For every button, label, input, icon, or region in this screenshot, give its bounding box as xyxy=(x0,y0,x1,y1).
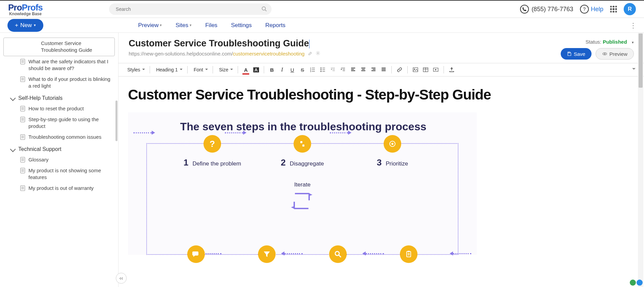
link-button[interactable] xyxy=(395,65,404,74)
vertical-scrollbar[interactable]: ▼ xyxy=(638,33,643,287)
sidebar-item[interactable]: Troubleshooting common issues xyxy=(3,132,115,142)
question-icon: ? xyxy=(203,135,221,153)
svg-line-47 xyxy=(339,255,341,257)
toolbar-more[interactable] xyxy=(630,66,638,74)
document-icon xyxy=(20,168,25,173)
align-justify-button[interactable] xyxy=(379,65,388,74)
step-label: Define the problem xyxy=(192,160,241,167)
chevron-down-icon: ▾ xyxy=(160,23,162,27)
bullet-list-button[interactable] xyxy=(318,65,327,74)
sidebar-item[interactable]: Glossary xyxy=(3,154,115,165)
url-slug[interactable]: customerservicetroubleshooting xyxy=(233,51,305,57)
svg-line-1 xyxy=(265,10,266,11)
align-center-button[interactable] xyxy=(359,65,368,74)
svg-rect-42 xyxy=(300,141,302,143)
editor-body[interactable]: Customer Service Troubleshooting - Step-… xyxy=(119,76,644,265)
phone-link[interactable]: (855) 776-7763 xyxy=(520,5,573,14)
save-button[interactable]: Save xyxy=(561,48,591,60)
logo[interactable]: ProProfs Knowledge Base xyxy=(8,2,43,16)
size-select[interactable]: Size xyxy=(216,66,234,74)
status-value: Published xyxy=(603,39,627,45)
diagram-title: The seven steps in the troubleshooting p… xyxy=(180,120,458,133)
align-left-button[interactable] xyxy=(349,65,358,74)
status[interactable]: Status: Published ▾ xyxy=(561,39,634,45)
bg-color-button[interactable]: A xyxy=(252,65,260,74)
edit-url-icon[interactable] xyxy=(308,51,313,56)
widget-dot xyxy=(630,280,636,286)
sidebar-item[interactable]: What are the safety indicators that I sh… xyxy=(3,56,115,74)
divider xyxy=(213,66,213,73)
outdent-button[interactable] xyxy=(328,65,337,74)
svg-point-12 xyxy=(321,68,322,69)
text-color-button[interactable]: A xyxy=(241,65,250,74)
search-icon[interactable] xyxy=(261,6,267,12)
status-label: Status: xyxy=(585,39,601,45)
tab-preview[interactable]: Preview▾ xyxy=(138,22,162,29)
video-button[interactable] xyxy=(431,65,440,74)
diagram: The seven steps in the troubleshooting p… xyxy=(128,112,477,255)
sidebar-item-label: My product is out of warranty xyxy=(28,185,94,192)
sidebar-section[interactable]: Self-Help Tutorials xyxy=(3,92,115,103)
divider xyxy=(391,66,392,73)
settings-icon[interactable] xyxy=(316,51,320,56)
sidebar-item[interactable]: What to do if your product is blinking a… xyxy=(3,74,115,92)
sidebar-section[interactable]: Technical Support xyxy=(3,143,115,154)
collapse-sidebar-button[interactable]: ‹‹ xyxy=(116,273,127,284)
preview-button[interactable]: Preview xyxy=(596,48,634,60)
corner-widget[interactable] xyxy=(630,280,643,286)
sidebar-item[interactable]: Step-by-step guide to using the product xyxy=(3,114,115,132)
tab-files[interactable]: Files xyxy=(205,22,217,29)
styles-select[interactable]: Styles xyxy=(125,66,146,74)
sidebar-item-label: Glossary xyxy=(28,156,48,163)
text-cursor xyxy=(309,40,309,48)
tab-settings[interactable]: Settings xyxy=(231,22,252,29)
search-input[interactable] xyxy=(109,3,272,15)
content-area: Customer Service Troubleshooting Guide h… xyxy=(119,33,644,287)
heading-select[interactable]: Heading 1 xyxy=(153,66,184,74)
secondary-bar: + New ▾ Preview▾ Sites▾ Files Settings R… xyxy=(0,18,644,33)
sidebar-item-label: Customer Service Troubleshooting Guide xyxy=(41,40,111,54)
strike-button[interactable]: S xyxy=(298,65,307,74)
align-right-button[interactable] xyxy=(369,65,378,74)
sidebar-item[interactable]: My product is out of warranty xyxy=(3,183,115,194)
chevron-down-icon xyxy=(10,95,16,101)
scrollbar-thumb[interactable] xyxy=(639,34,643,88)
apps-grid-icon[interactable] xyxy=(610,6,617,13)
font-select[interactable]: Font xyxy=(191,66,209,74)
more-menu[interactable]: ⋮ xyxy=(630,21,637,29)
steps-row-bottom xyxy=(160,245,444,263)
table-button[interactable] xyxy=(421,65,430,74)
step-number: 1 xyxy=(184,157,188,168)
plus-icon: + xyxy=(15,22,18,29)
editor-toolbar: Styles Heading 1 Font Size A A B I U S 1… xyxy=(119,63,644,76)
sidebar-item[interactable]: My product is not showing some features xyxy=(3,165,115,183)
help-link[interactable]: ? Help xyxy=(580,5,603,14)
bold-button[interactable]: B xyxy=(267,65,276,74)
chevron-down-icon: ▾ xyxy=(190,23,192,27)
image-button[interactable] xyxy=(411,65,420,74)
italic-button[interactable]: I xyxy=(278,65,286,74)
upload-button[interactable] xyxy=(447,65,456,74)
tab-sites[interactable]: Sites▾ xyxy=(175,22,192,29)
step-label: Prioritize xyxy=(386,160,408,167)
sidebar-item[interactable]: Customer Service Troubleshooting Guide xyxy=(3,38,115,56)
arrow-right-icon xyxy=(330,132,353,133)
svg-point-14 xyxy=(321,69,322,70)
avatar[interactable]: R xyxy=(624,3,636,15)
tab-reports[interactable]: Reports xyxy=(265,22,286,29)
indent-button[interactable] xyxy=(339,65,347,74)
ordered-list-button[interactable]: 123 xyxy=(308,65,317,74)
underline-button[interactable]: U xyxy=(288,65,297,74)
phone-icon xyxy=(520,5,529,14)
sidebar-item-label: Step-by-step guide to using the product xyxy=(28,116,111,130)
page-header: Customer Service Troubleshooting Guide h… xyxy=(119,33,644,63)
arrow-right-icon xyxy=(133,132,157,133)
svg-point-2 xyxy=(317,52,319,54)
search-box xyxy=(109,3,272,15)
sidebar-item-label: My product is not showing some features xyxy=(28,167,111,181)
scrollbar-thumb[interactable] xyxy=(115,101,117,141)
step: ? 1Define the problem xyxy=(178,154,246,168)
new-button[interactable]: + New ▾ xyxy=(7,19,43,32)
sidebar-item[interactable]: How to reset the product xyxy=(3,103,115,114)
page-title[interactable]: Customer Service Troubleshooting Guide xyxy=(129,38,561,49)
